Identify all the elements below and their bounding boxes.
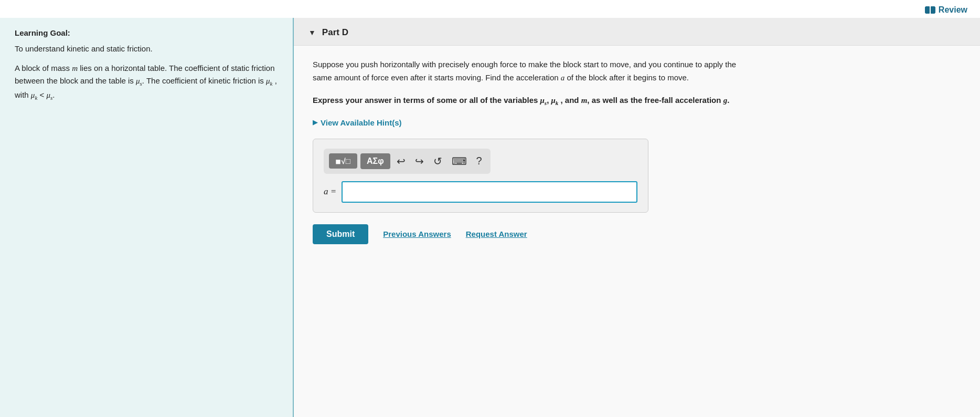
help-button[interactable]: ? bbox=[473, 153, 485, 169]
answer-input[interactable] bbox=[342, 181, 637, 203]
keyboard-button[interactable]: ⌨ bbox=[449, 153, 470, 170]
request-answer-button[interactable]: Request Answer bbox=[466, 230, 527, 238]
math-toolbar: ■ √□ AΣφ ↩ ↪ ↺ ⌨ bbox=[324, 149, 491, 174]
main-layout: Learning Goal: To understand kinetic and… bbox=[0, 18, 980, 417]
express-answer-instruction: Express your answer in terms of some or … bbox=[313, 94, 743, 108]
action-bar: Submit Previous Answers Request Answer bbox=[313, 224, 961, 244]
left-panel: Learning Goal: To understand kinetic and… bbox=[0, 18, 294, 417]
learning-goal-text: To understand kinetic and static frictio… bbox=[15, 43, 278, 55]
reset-icon: ↺ bbox=[433, 155, 442, 167]
right-panel: ▼ Part D Suppose you push horizontally w… bbox=[294, 18, 980, 417]
top-bar: Review bbox=[0, 0, 980, 18]
undo-icon: ↩ bbox=[397, 155, 406, 167]
part-title: Part D bbox=[322, 27, 348, 38]
input-label: a = bbox=[324, 186, 336, 197]
submit-button[interactable]: Submit bbox=[313, 224, 368, 244]
book-icon bbox=[925, 6, 935, 14]
review-button[interactable]: Review bbox=[925, 5, 967, 15]
problem-text: A block of mass m lies on a horizontal t… bbox=[15, 62, 278, 102]
greek-symbol-button[interactable]: AΣφ bbox=[360, 153, 390, 169]
previous-answers-button[interactable]: Previous Answers bbox=[383, 230, 451, 238]
keyboard-icon: ⌨ bbox=[452, 155, 467, 167]
hint-link[interactable]: ▶ View Available Hint(s) bbox=[313, 118, 961, 127]
help-icon: ? bbox=[476, 155, 482, 166]
undo-button[interactable]: ↩ bbox=[393, 153, 409, 170]
svg-rect-0 bbox=[925, 6, 930, 14]
hint-arrow-icon: ▶ bbox=[313, 119, 317, 126]
review-label: Review bbox=[939, 5, 967, 15]
redo-button[interactable]: ↪ bbox=[412, 153, 427, 170]
submit-label: Submit bbox=[326, 230, 355, 238]
collapse-icon[interactable]: ▼ bbox=[308, 28, 316, 37]
hint-link-label: View Available Hint(s) bbox=[321, 118, 402, 127]
problem-description: Suppose you push horizontally with preci… bbox=[313, 58, 743, 85]
learning-goal-title: Learning Goal: bbox=[15, 28, 278, 37]
svg-rect-2 bbox=[925, 7, 926, 13]
math-editor-icon: ■ bbox=[336, 157, 340, 165]
part-header: ▼ Part D bbox=[294, 18, 980, 46]
redo-icon: ↪ bbox=[415, 155, 424, 167]
input-row: a = bbox=[324, 181, 637, 203]
greek-symbol-label: AΣφ bbox=[367, 157, 384, 166]
request-answer-label: Request Answer bbox=[466, 230, 527, 238]
reset-button[interactable]: ↺ bbox=[430, 153, 445, 170]
previous-answers-label: Previous Answers bbox=[383, 230, 451, 238]
part-content: Suppose you push horizontally with preci… bbox=[294, 46, 980, 417]
svg-rect-3 bbox=[934, 7, 935, 13]
answer-box: ■ √□ AΣφ ↩ ↪ ↺ ⌨ bbox=[313, 139, 648, 213]
math-editor-label: √□ bbox=[342, 157, 350, 165]
math-editor-button[interactable]: ■ √□ bbox=[329, 153, 357, 169]
svg-rect-1 bbox=[931, 6, 935, 14]
